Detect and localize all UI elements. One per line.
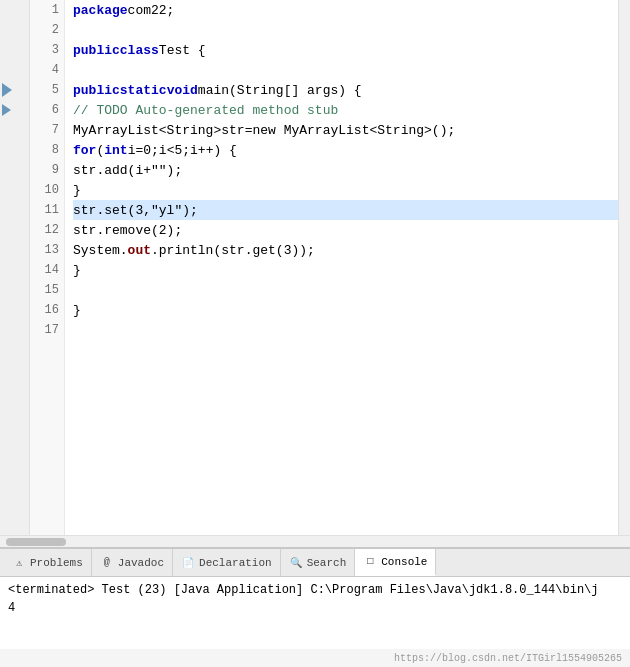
line-number: 6 xyxy=(30,100,64,120)
console-output: <terminated> Test (23) [Java Application… xyxy=(0,577,630,649)
code-token: .println(str.get(3)); xyxy=(151,243,315,258)
code-line xyxy=(73,60,618,80)
line-number: 2 xyxy=(30,20,64,40)
code-token: } xyxy=(73,303,81,318)
tab-label: Declaration xyxy=(199,557,272,569)
line-number: 14 xyxy=(30,260,64,280)
code-line: str.set(3,"yl"); xyxy=(73,200,618,220)
code-token: str.add(i+""); xyxy=(73,163,182,178)
code-token: out xyxy=(128,243,151,258)
code-line: public static void main(String[] args) { xyxy=(73,80,618,100)
line-number: 1 xyxy=(30,0,64,20)
tab-icon: 📄 xyxy=(181,556,195,570)
gutter-row xyxy=(0,280,29,300)
scrollbar-thumb[interactable] xyxy=(6,538,66,546)
tab-label: Console xyxy=(381,556,427,568)
code-token: // TODO Auto-generated method stub xyxy=(73,103,338,118)
bottom-panel: ⚠Problems@Javadoc📄Declaration🔍Search□Con… xyxy=(0,547,630,667)
code-token: public xyxy=(73,43,120,58)
tab-label: Search xyxy=(307,557,347,569)
gutter xyxy=(0,0,30,535)
console-terminated-line: <terminated> Test (23) [Java Application… xyxy=(8,581,622,599)
gutter-row xyxy=(0,120,29,140)
tab-item-problems[interactable]: ⚠Problems xyxy=(4,549,92,576)
code-token: } xyxy=(73,183,81,198)
gutter-row xyxy=(0,80,29,100)
code-line: MyArrayList<String>str=new MyArrayList<S… xyxy=(73,120,618,140)
vertical-scrollbar[interactable] xyxy=(618,0,630,535)
line-number: 11 xyxy=(30,200,64,220)
code-editor[interactable]: package com22; public class Test { publi… xyxy=(65,0,618,535)
tab-item-search[interactable]: 🔍Search xyxy=(281,549,356,576)
code-token: int xyxy=(104,143,127,158)
line-number: 4 xyxy=(30,60,64,80)
gutter-row xyxy=(0,60,29,80)
code-line: } xyxy=(73,260,618,280)
tab-label: Javadoc xyxy=(118,557,164,569)
code-container: 1234567891011121314151617 package com22;… xyxy=(0,0,630,535)
code-token: System. xyxy=(73,243,128,258)
code-token: package xyxy=(73,3,128,18)
gutter-row xyxy=(0,140,29,160)
code-token: ( xyxy=(96,143,104,158)
console-output-line: 4 xyxy=(8,599,622,617)
gutter-row xyxy=(0,0,29,20)
code-token: main(String[] args) { xyxy=(198,83,362,98)
gutter-row xyxy=(0,260,29,280)
code-token: str.remove(2); xyxy=(73,223,182,238)
code-token: str.set(3,"yl"); xyxy=(73,203,198,218)
breakpoint-arrow-small-icon xyxy=(2,104,11,116)
line-number: 9 xyxy=(30,160,64,180)
code-token: for xyxy=(73,143,96,158)
code-line: str.remove(2); xyxy=(73,220,618,240)
code-line: // TODO Auto-generated method stub xyxy=(73,100,618,120)
gutter-row xyxy=(0,20,29,40)
line-number: 15 xyxy=(30,280,64,300)
gutter-row xyxy=(0,320,29,340)
tab-item-declaration[interactable]: 📄Declaration xyxy=(173,549,281,576)
line-number: 17 xyxy=(30,320,64,340)
code-token: } xyxy=(73,263,81,278)
code-line: package com22; xyxy=(73,0,618,20)
line-number: 3 xyxy=(30,40,64,60)
editor-area: 1234567891011121314151617 package com22;… xyxy=(0,0,630,547)
line-number: 10 xyxy=(30,180,64,200)
code-line: } xyxy=(73,300,618,320)
code-line: for(int i=0;i<5;i++) { xyxy=(73,140,618,160)
gutter-row xyxy=(0,220,29,240)
line-number: 13 xyxy=(30,240,64,260)
code-line xyxy=(73,20,618,40)
tab-icon: 🔍 xyxy=(289,556,303,570)
watermark-text: https://blog.csdn.net/ITGirl1554905265 xyxy=(394,653,622,664)
gutter-row xyxy=(0,160,29,180)
code-token: MyArrayList<String>str=new MyArrayList<S… xyxy=(73,123,455,138)
gutter-row xyxy=(0,300,29,320)
line-numbers: 1234567891011121314151617 xyxy=(30,0,65,535)
tab-icon: □ xyxy=(363,555,377,569)
tab-item-javadoc[interactable]: @Javadoc xyxy=(92,549,173,576)
gutter-row xyxy=(0,40,29,60)
breakpoint-arrow-icon xyxy=(2,83,12,97)
line-number: 8 xyxy=(30,140,64,160)
tab-item-console[interactable]: □Console xyxy=(355,549,436,576)
line-number: 16 xyxy=(30,300,64,320)
code-token: class xyxy=(120,43,159,58)
code-line xyxy=(73,280,618,300)
code-line: str.add(i+""); xyxy=(73,160,618,180)
line-number: 7 xyxy=(30,120,64,140)
code-token: public xyxy=(73,83,120,98)
watermark: https://blog.csdn.net/ITGirl1554905265 xyxy=(0,649,630,667)
code-token: com22; xyxy=(128,3,175,18)
code-token: static xyxy=(120,83,167,98)
gutter-row xyxy=(0,100,29,120)
gutter-row xyxy=(0,240,29,260)
code-line xyxy=(73,320,618,340)
horizontal-scrollbar[interactable] xyxy=(0,535,630,547)
tab-icon: ⚠ xyxy=(12,556,26,570)
line-number: 5 xyxy=(30,80,64,100)
line-number: 12 xyxy=(30,220,64,240)
code-token: Test { xyxy=(159,43,206,58)
gutter-row xyxy=(0,180,29,200)
tab-bar: ⚠Problems@Javadoc📄Declaration🔍Search□Con… xyxy=(0,549,630,577)
tab-label: Problems xyxy=(30,557,83,569)
